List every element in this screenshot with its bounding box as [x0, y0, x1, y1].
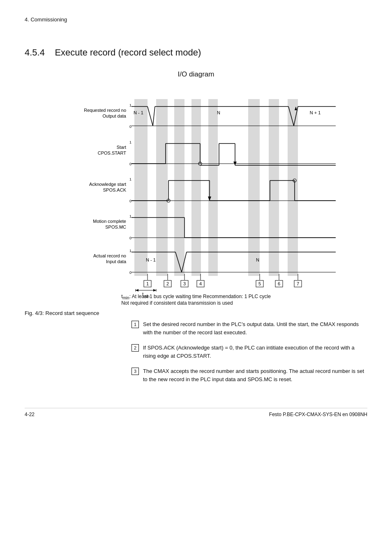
svg-text:1: 1	[129, 103, 131, 107]
step-3-number: 3	[131, 368, 139, 375]
svg-text:Motion complete: Motion complete	[93, 219, 126, 224]
step-2-number: 2	[131, 344, 139, 352]
svg-text:0: 0	[129, 125, 131, 129]
svg-text:7: 7	[297, 281, 299, 286]
svg-text:Output data: Output data	[103, 113, 127, 118]
step-2: 2 If SPOS.ACK (Acknowledge start) = 0, t…	[131, 344, 367, 360]
svg-line-14	[148, 106, 153, 126]
svg-text:N: N	[256, 257, 259, 262]
svg-text:1: 1	[129, 140, 131, 144]
diagram-container: I/O diagram Requested record	[25, 70, 367, 306]
svg-text:N - 1: N - 1	[146, 257, 156, 262]
svg-text:Start: Start	[117, 145, 126, 150]
step-3: 3 The CMAX accepts the record number and…	[131, 367, 367, 383]
steps-list: 1 Set the desired record number in the P…	[131, 320, 367, 383]
svg-text:SPOS.MC: SPOS.MC	[105, 225, 126, 229]
step-2-text: If SPOS.ACK (Acknowledge start) = 0, the…	[143, 344, 367, 360]
svg-text:0: 0	[129, 199, 131, 203]
footer: 4-22 Festo P.BE-CPX-CMAX-SYS-EN en 0908N…	[25, 408, 367, 417]
svg-text:Acknowledge start: Acknowledge start	[89, 182, 126, 187]
step-1-text: Set the desired record number in the PLC…	[143, 320, 367, 336]
svg-text:0: 0	[129, 271, 131, 275]
svg-text:Input data: Input data	[106, 259, 127, 264]
svg-text:1: 1	[146, 281, 149, 286]
svg-text:Actual record no: Actual record no	[93, 253, 126, 258]
svg-text:3: 3	[183, 281, 186, 286]
svg-text:Requested record no: Requested record no	[84, 108, 126, 113]
breadcrumb: 4. Commissioning	[25, 16, 67, 23]
svg-text:2: 2	[166, 281, 169, 286]
svg-text:N + 1: N + 1	[310, 110, 321, 115]
step-3-text: The CMAX accepts the record number and s…	[143, 367, 367, 383]
svg-text:5: 5	[258, 281, 261, 286]
svg-text:4: 4	[199, 281, 202, 286]
svg-marker-100	[136, 289, 138, 292]
diagram-title: I/O diagram	[178, 70, 214, 79]
io-diagram: Requested record no Output data 1 0 N - …	[48, 85, 344, 290]
footer-doc: Festo P.BE-CPX-CMAX-SYS-EN en 0908NH	[269, 412, 367, 417]
svg-text:SPOS.ACK: SPOS.ACK	[103, 187, 127, 192]
svg-text:6: 6	[278, 281, 280, 286]
svg-line-15	[153, 106, 155, 126]
svg-text:0: 0	[129, 162, 131, 166]
step-1: 1 Set the desired record number in the P…	[131, 320, 367, 336]
svg-text:0: 0	[129, 236, 131, 240]
footer-page: 4-22	[25, 412, 35, 417]
svg-text:N - 1: N - 1	[134, 110, 143, 115]
svg-text:1: 1	[129, 177, 131, 181]
step-1-number: 1	[131, 321, 139, 328]
svg-marker-101	[153, 289, 156, 292]
diagram-caption: tmin: At least 1 bus cycle waiting time …	[121, 294, 271, 306]
svg-text:1: 1	[129, 214, 131, 218]
svg-text:N: N	[217, 110, 220, 115]
svg-text:CPOS.START: CPOS.START	[98, 150, 127, 155]
section-title: 4.5.4 Execute record (record select mode…	[25, 47, 367, 58]
svg-text:1: 1	[129, 249, 131, 253]
fig-label: Fig. 4/3: Record start sequence	[25, 310, 367, 316]
